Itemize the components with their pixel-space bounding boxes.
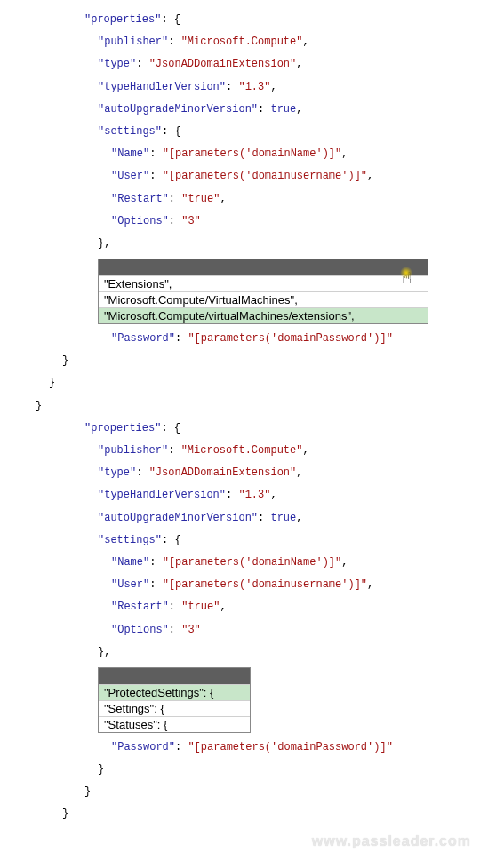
key-properties: "properties" bbox=[84, 13, 161, 26]
key-publisher: "publisher" bbox=[98, 444, 168, 457]
code-line: "publisher": "Microsoft.Compute", bbox=[0, 440, 480, 462]
val-aumv: true bbox=[270, 512, 296, 524]
key-user: "User" bbox=[111, 578, 149, 591]
dropdown-option-selected[interactable]: "ProtectedSettings": { bbox=[99, 684, 250, 700]
key-publisher: "publisher" bbox=[98, 36, 168, 48]
val-name: "[parameters('domainName')]" bbox=[163, 556, 342, 569]
val-password: "[parameters('domainPassword')]" bbox=[188, 741, 392, 753]
key-properties: "properties" bbox=[84, 422, 161, 434]
code-line: "User": "[parameters('domainusername')]"… bbox=[0, 165, 480, 187]
dropdown-header[interactable] bbox=[99, 259, 428, 275]
key-settings: "settings" bbox=[98, 534, 162, 546]
val-type: "JsonADDomainExtension" bbox=[149, 58, 297, 70]
val-publisher: "Microsoft.Compute" bbox=[181, 444, 303, 457]
dropdown-header[interactable] bbox=[99, 668, 250, 684]
val-thv: "1.3" bbox=[238, 81, 270, 93]
close-brace: } bbox=[0, 803, 480, 825]
val-type: "JsonADDomainExtension" bbox=[149, 466, 297, 479]
dropdown-option[interactable]: "Settings": { bbox=[99, 700, 250, 716]
val-restart: "true" bbox=[181, 601, 220, 613]
dropdown-option-selected[interactable]: "Microsoft.Compute/virtualMachines/exten… bbox=[99, 307, 428, 323]
key-type: "type" bbox=[98, 466, 136, 479]
code-line: "Password": "[parameters('domainPassword… bbox=[0, 737, 480, 759]
code-line: "Restart": "true", bbox=[0, 188, 480, 211]
close-brace: }, bbox=[0, 641, 480, 664]
key-settings: "settings" bbox=[98, 125, 162, 138]
val-options: "3" bbox=[181, 215, 201, 227]
close-brace: } bbox=[0, 781, 480, 803]
close-brace: } bbox=[0, 759, 480, 781]
key-user: "User" bbox=[111, 170, 149, 182]
val-options: "3" bbox=[181, 624, 201, 636]
code-line: "publisher": "Microsoft.Compute", bbox=[0, 31, 480, 53]
key-thv: "typeHandlerVersion" bbox=[98, 489, 226, 501]
key-options: "Options" bbox=[111, 215, 169, 227]
key-name: "Name" bbox=[111, 556, 149, 569]
close-brace: } bbox=[0, 372, 480, 394]
code-line: "properties": { bbox=[0, 9, 480, 31]
code-line: "typeHandlerVersion": "1.3", bbox=[0, 76, 480, 99]
dropdown-option[interactable]: "Microsoft.Compute/VirtualMachines", bbox=[99, 291, 428, 307]
val-user: "[parameters('domainusername')]" bbox=[163, 578, 367, 591]
code-line: "typeHandlerVersion": "1.3", bbox=[0, 484, 480, 506]
val-user: "[parameters('domainusername')]" bbox=[163, 170, 367, 182]
key-options: "Options" bbox=[111, 624, 169, 636]
code-line: "type": "JsonADDomainExtension", bbox=[0, 53, 480, 76]
close-brace: } bbox=[0, 395, 480, 418]
key-password: "Password" bbox=[111, 741, 175, 753]
val-thv: "1.3" bbox=[238, 489, 270, 501]
code-line: "Password": "[parameters('domainPassword… bbox=[0, 328, 480, 350]
code-line: "Name": "[parameters('domainName')]", bbox=[0, 143, 480, 165]
code-line: "Restart": "true", bbox=[0, 596, 480, 618]
val-aumv: true bbox=[270, 103, 296, 115]
key-name: "Name" bbox=[111, 147, 149, 160]
val-publisher: "Microsoft.Compute" bbox=[181, 36, 303, 48]
code-line: "User": "[parameters('domainusername')]"… bbox=[0, 574, 480, 596]
dropdown-option[interactable]: "Statuses": { bbox=[99, 716, 250, 732]
code-page: "properties": { "publisher": "Microsoft.… bbox=[0, 0, 480, 853]
code-line: "Options": "3" bbox=[0, 619, 480, 641]
code-line: "settings": { bbox=[0, 530, 480, 552]
code-line: "Options": "3" bbox=[0, 211, 480, 233]
key-type: "type" bbox=[98, 58, 136, 70]
key-aumv: "autoUpgradeMinorVersion" bbox=[98, 103, 258, 115]
code-line: "autoUpgradeMinorVersion": true, bbox=[0, 99, 480, 121]
val-name: "[parameters('domainName')]" bbox=[163, 147, 342, 160]
dropdown-settings[interactable]: "ProtectedSettings": { "Settings": { "St… bbox=[98, 667, 251, 733]
close-brace: } bbox=[0, 350, 480, 372]
dropdown-option[interactable]: "Extensions", bbox=[99, 275, 428, 291]
key-restart: "Restart" bbox=[111, 193, 169, 205]
val-restart: "true" bbox=[181, 193, 220, 205]
key-restart: "Restart" bbox=[111, 601, 169, 613]
val-password: "[parameters('domainPassword')]" bbox=[188, 332, 392, 345]
code-line: "autoUpgradeMinorVersion": true, bbox=[0, 507, 480, 530]
dropdown-type[interactable]: ☝ "Extensions", "Microsoft.Compute/Virtu… bbox=[98, 259, 428, 324]
key-password: "Password" bbox=[111, 332, 175, 345]
watermark-text: www.passleader.com bbox=[312, 833, 471, 849]
close-brace: }, bbox=[0, 233, 480, 255]
key-thv: "typeHandlerVersion" bbox=[98, 81, 226, 93]
code-line: "Name": "[parameters('domainName')]", bbox=[0, 552, 480, 574]
key-aumv: "autoUpgradeMinorVersion" bbox=[98, 512, 258, 524]
code-line: "properties": { bbox=[0, 418, 480, 440]
code-line: "type": "JsonADDomainExtension", bbox=[0, 462, 480, 484]
code-line: "settings": { bbox=[0, 121, 480, 143]
